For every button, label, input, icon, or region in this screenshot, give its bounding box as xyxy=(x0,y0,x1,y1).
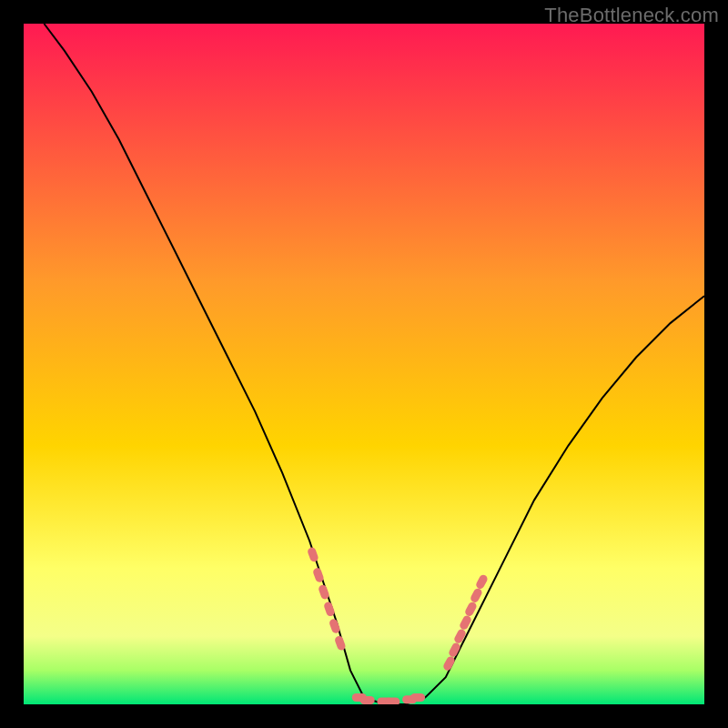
plot-area xyxy=(24,24,704,704)
chart-frame: TheBottleneck.com xyxy=(0,0,728,728)
curve-marker xyxy=(385,698,399,705)
curve-marker xyxy=(360,696,375,704)
watermark-text: TheBottleneck.com xyxy=(544,4,719,27)
chart-svg xyxy=(24,24,704,704)
gradient-background xyxy=(24,24,704,704)
curve-marker xyxy=(410,693,425,702)
